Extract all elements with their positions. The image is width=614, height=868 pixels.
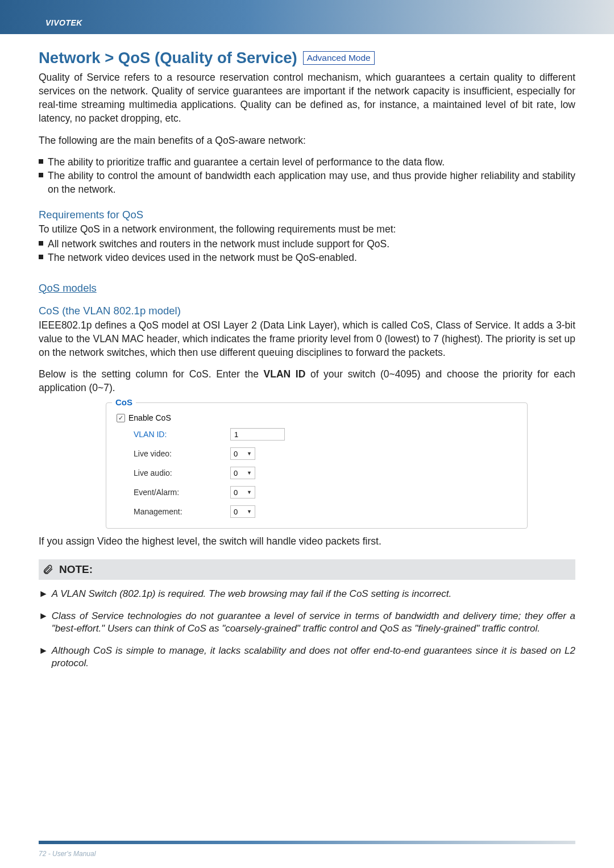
chevron-down-icon: ▼ [247,489,252,495]
bullet-square-icon [39,159,43,164]
benefit-item: The ability to prioritize traffic and gu… [48,155,575,169]
live-video-label: Live video: [134,449,230,458]
requirements-list: All network switches and routers in the … [39,237,575,264]
requirements-heading: Requirements for QoS [39,209,575,221]
chevron-down-icon: ▼ [247,451,252,456]
live-audio-select[interactable]: 0▼ [230,467,255,479]
note-item: Class of Service technologies do not gua… [52,610,575,636]
vlan-id-label: VLAN ID: [134,430,230,439]
footer-bar [39,841,575,844]
triangle-right-icon: ► [39,645,48,657]
requirements-intro: To utilize QoS in a network environment,… [39,222,575,236]
live-video-select[interactable]: 0▼ [230,447,255,460]
enable-cos-checkbox[interactable]: ✓ [117,414,125,422]
benefits-intro: The following are the main benefits of a… [39,134,575,147]
bullet-square-icon [39,241,43,246]
chevron-down-icon: ▼ [247,470,252,476]
note-item: A VLAN Switch (802.1p) is required. The … [52,588,575,600]
cos-paragraph: IEEE802.1p defines a QoS model at OSI La… [39,318,575,359]
vlan-id-input[interactable] [230,428,285,441]
header-strip [0,0,614,34]
benefits-list: The ability to prioritize traffic and gu… [39,155,575,196]
page-title: Network > QoS (Quality of Service) [39,49,297,67]
req-item: All network switches and routers in the … [48,237,575,251]
triangle-right-icon: ► [39,588,48,600]
paperclip-icon [42,564,53,575]
fieldset-legend: CoS [112,397,136,407]
note-header: NOTE: [39,559,575,580]
vlan-id-bold: VLAN ID [264,368,306,380]
cos-below-text: Below is the setting column for CoS. Ent… [39,367,575,394]
after-fieldset-text: If you assign Video the highest level, t… [39,534,575,548]
cos-fieldset: CoS ✓ Enable CoS VLAN ID: Live video: 0▼… [106,402,528,529]
event-alarm-select[interactable]: 0▼ [230,486,255,499]
mode-badge: Advanced Mode [303,51,375,65]
brand-text: VIVOTEK [45,18,82,27]
intro-paragraph: Quality of Service refers to a resource … [39,70,575,126]
live-audio-label: Live audio: [134,468,230,477]
footer-page-text: 72 - User's Manual [39,850,96,858]
bullet-square-icon [39,173,43,177]
event-alarm-label: Event/Alarm: [134,488,230,497]
note-label: NOTE: [59,563,93,576]
cos-heading: CoS (the VLAN 802.1p model) [39,305,575,317]
enable-cos-label: Enable CoS [128,413,171,422]
triangle-right-icon: ► [39,610,48,622]
req-item: The network video devices used in the ne… [48,251,575,264]
benefit-item: The ability to control the amount of ban… [48,169,575,196]
management-select[interactable]: 0▼ [230,505,255,518]
management-label: Management: [134,507,230,516]
chevron-down-icon: ▼ [247,509,252,514]
qos-models-heading: QoS models [39,282,575,294]
note-item: Although CoS is simple to manage, it lac… [52,645,575,670]
bullet-square-icon [39,255,43,259]
